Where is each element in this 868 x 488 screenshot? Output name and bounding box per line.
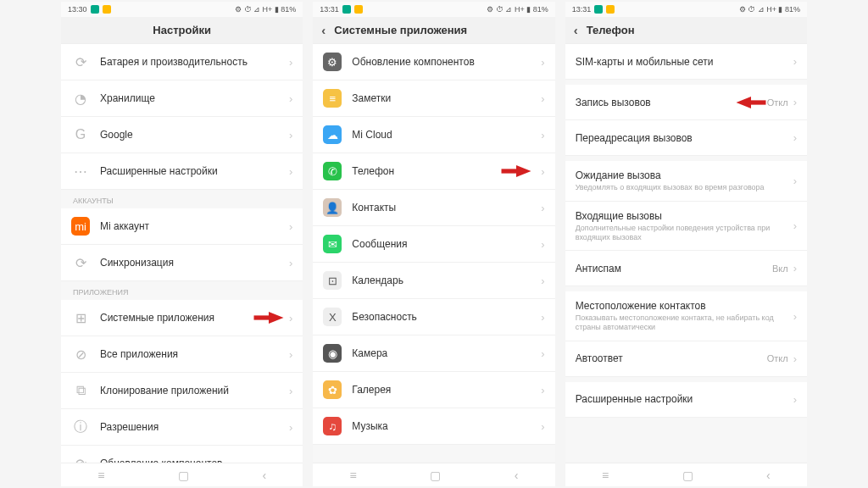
settings-row[interactable]: ⋯Расширенные настройки› (61, 153, 303, 190)
row-label: Google (100, 129, 284, 141)
status-bar: 13:30 ⚙ ⏱ ⊿ H+ ▮ 81% (61, 2, 303, 17)
clock: 13:30 (68, 5, 87, 14)
recents-icon[interactable]: ≡ (350, 469, 357, 482)
chevron-right-icon: › (793, 175, 797, 187)
indicator-icon (91, 5, 99, 14)
settings-row[interactable]: ⟳Батарея и производительность› (61, 44, 303, 80)
settings-row[interactable]: Переадресация вызовов› (565, 120, 807, 156)
chevron-right-icon: › (541, 165, 544, 178)
row-icon: ✉ (323, 235, 342, 253)
indicator-icon (342, 5, 351, 14)
settings-row[interactable]: ⟳Обновление компонентов› (61, 446, 303, 463)
row-icon: ⊡ (323, 271, 342, 290)
chevron-right-icon: › (541, 311, 544, 324)
content[interactable]: SIM-карты и мобильные сети›Запись вызово… (565, 44, 807, 463)
settings-row[interactable]: ⚙Обновление компонентов› (313, 44, 554, 80)
settings-row[interactable]: ⓘРазрешения› (61, 409, 303, 446)
chevron-right-icon: › (541, 347, 544, 360)
chevron-right-icon: › (289, 421, 292, 434)
row-icon: ⟳ (71, 253, 90, 272)
back-icon[interactable]: ‹ (262, 469, 266, 482)
row-label: Галерея (352, 384, 536, 396)
chevron-right-icon: › (289, 220, 292, 233)
settings-row[interactable]: ⟳Синхронизация› (61, 245, 303, 281)
chevron-right-icon: › (793, 96, 797, 108)
row-label: Все приложения (100, 348, 284, 360)
back-icon[interactable]: ‹ (766, 469, 771, 482)
chevron-right-icon: › (541, 129, 544, 141)
indicator-icon (103, 5, 111, 14)
row-label: Телефон (352, 165, 536, 177)
row-label: Ожидание вызова (576, 169, 788, 181)
chevron-right-icon: › (541, 202, 544, 214)
settings-row[interactable]: ≡Заметки› (313, 80, 554, 117)
home-icon[interactable]: ▢ (682, 469, 693, 482)
content[interactable]: ⚙Обновление компонентов›≡Заметки›☁Mi Clo… (313, 44, 554, 463)
settings-row[interactable]: ☁Mi Cloud› (313, 117, 554, 153)
row-icon: ⟳ (71, 53, 90, 71)
back-icon[interactable]: ‹ (574, 23, 578, 37)
settings-row[interactable]: ⊘Все приложения› (61, 336, 303, 373)
back-icon[interactable]: ‹ (321, 23, 326, 37)
settings-row[interactable]: Входящие вызовыДополнительные настройки … (565, 202, 807, 252)
settings-row[interactable]: ◉Камера› (313, 336, 554, 372)
chevron-right-icon: › (289, 92, 292, 105)
settings-row[interactable]: GGoogle› (61, 117, 303, 153)
back-icon[interactable]: ‹ (515, 469, 519, 482)
settings-row[interactable]: ✉Сообщения› (313, 226, 554, 263)
chevron-right-icon: › (793, 393, 797, 406)
row-label: Переадресация вызовов (576, 132, 788, 144)
chevron-right-icon: › (289, 129, 292, 141)
chevron-right-icon: › (289, 56, 292, 69)
content[interactable]: ⟳Батарея и производительность›◔Хранилище… (61, 44, 303, 463)
settings-row[interactable]: SIM-карты и мобильные сети› (565, 44, 807, 80)
indicator-icon (354, 5, 363, 14)
settings-row[interactable]: ◔Хранилище› (61, 80, 303, 117)
status-right: ⚙ ⏱ ⊿ H+ ▮ 81% (487, 5, 548, 14)
settings-row[interactable]: Расширенные настройки› (565, 382, 807, 418)
recents-icon[interactable]: ≡ (602, 469, 609, 482)
settings-row[interactable]: ⊞Системные приложения› (61, 300, 303, 336)
settings-row[interactable]: ⧉Клонирование приложений› (61, 373, 303, 409)
settings-row[interactable]: АнтиспамВкл› (565, 251, 807, 286)
row-label: Сообщения (352, 238, 536, 250)
settings-row[interactable]: ⊡Календарь› (313, 263, 554, 299)
settings-row[interactable]: 👤Контакты› (313, 190, 554, 226)
recents-icon[interactable]: ≡ (97, 469, 104, 482)
indicator-icon (594, 5, 603, 14)
row-value: Откл (767, 353, 788, 363)
row-label: Хранилище (100, 92, 284, 104)
row-icon: ⊞ (71, 308, 90, 327)
row-icon: ☁ (323, 125, 342, 144)
chevron-right-icon: › (541, 56, 544, 69)
settings-row[interactable]: Местоположение контактовПоказывать место… (565, 291, 807, 341)
home-icon[interactable]: ▢ (430, 469, 441, 482)
home-icon[interactable]: ▢ (178, 469, 189, 482)
row-label: Обновление компонентов (100, 458, 284, 463)
chevron-right-icon: › (793, 352, 797, 365)
section-apps: ПРИЛОЖЕНИЯ (61, 281, 303, 300)
header: ‹ Телефон (565, 17, 807, 44)
row-icon: X (323, 308, 342, 326)
settings-row[interactable]: Запись вызововОткл› (565, 85, 807, 120)
status-bar: 13:31 ⚙ ⏱ ⊿ H+ ▮ 81% (313, 2, 554, 17)
settings-row[interactable]: XБезопасность› (313, 299, 554, 336)
settings-row[interactable]: ✿Галерея› (313, 372, 554, 408)
row-subtitle: Дополнительные настройки поведения устро… (576, 224, 788, 242)
settings-row[interactable]: АвтоответОткл› (565, 341, 807, 377)
settings-row[interactable]: ✆Телефон› (313, 153, 554, 190)
settings-row[interactable]: Ожидание вызоваУведомлять о входящих выз… (565, 161, 807, 202)
chevron-right-icon: › (289, 348, 292, 361)
row-label: Безопасность (352, 311, 536, 323)
settings-row[interactable]: miMi аккаунт› (61, 208, 303, 245)
navbar: ≡ ▢ ‹ (61, 463, 303, 486)
status-bar: 13:31 ⚙ ⏱ ⊿ H+ ▮ 81% (565, 2, 807, 17)
settings-row[interactable]: ♫Музыка› (313, 408, 554, 445)
row-subtitle: Уведомлять о входящих вызовах во время р… (576, 183, 788, 192)
row-label: Расширенные настройки (100, 165, 284, 177)
chevron-right-icon: › (289, 458, 292, 463)
row-value: Откл (767, 97, 788, 108)
row-label: Антиспам (576, 263, 772, 274)
indicator-icon (606, 5, 615, 14)
row-icon: mi (71, 217, 90, 236)
